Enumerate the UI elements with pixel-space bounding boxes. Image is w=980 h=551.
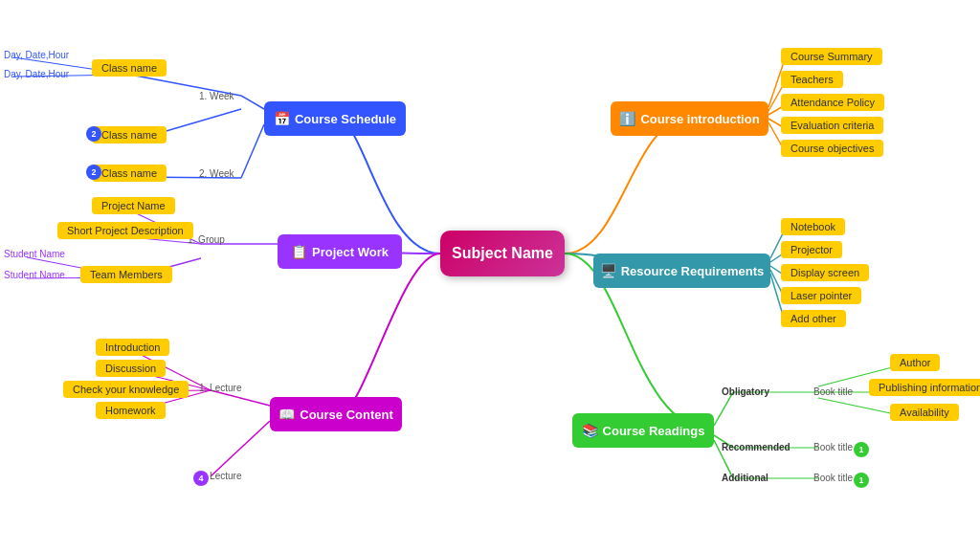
week1-label: 1. Week — [199, 91, 234, 101]
center-label: Subject Name — [452, 245, 553, 262]
course-readings-node[interactable]: 📚 Course Readings — [572, 413, 714, 448]
books-icon: 📚 — [582, 423, 598, 438]
check-leaf[interactable]: Check your knowledge — [63, 381, 189, 398]
student2-label: Student Name — [4, 270, 65, 280]
course-intro-node[interactable]: ℹ️ Course introduction — [611, 101, 768, 136]
recommended-label: Recommended — [722, 442, 791, 452]
resource-req-label: Resource Requirements — [621, 264, 765, 278]
badge2: 2 — [86, 126, 101, 142]
course-readings-label: Course Readings — [603, 424, 705, 438]
projname-leaf[interactable]: Project Name — [92, 197, 175, 214]
course-content-node[interactable]: 📖 Course Content — [270, 397, 402, 431]
projector-leaf[interactable]: Projector — [781, 241, 842, 258]
notebook-leaf[interactable]: Notebook — [781, 218, 845, 235]
svg-line-33 — [818, 398, 900, 415]
display-leaf[interactable]: Display screen — [781, 264, 869, 281]
projdesc-leaf[interactable]: Short Project Description — [57, 222, 193, 239]
badge2-container: 2 — [86, 126, 105, 142]
discussion-leaf[interactable]: Discussion — [96, 360, 166, 377]
svg-line-29 — [714, 392, 733, 426]
attendance-leaf[interactable]: Attendance Policy — [781, 94, 884, 111]
add-badge-container: 1 — [854, 470, 873, 488]
lec2-badge: 4 — [193, 471, 209, 486]
homework-leaf[interactable]: Homework — [96, 402, 166, 419]
resource-req-node[interactable]: 🖥️ Resource Requirements — [593, 253, 770, 288]
book-icon: 📖 — [278, 407, 295, 422]
booktitle1-label: Book title — [813, 386, 853, 397]
author-leaf[interactable]: Author — [890, 354, 940, 371]
lecbadge-container: 4 — [193, 471, 212, 486]
teachers-leaf[interactable]: Teachers — [781, 71, 843, 88]
course-content-label: Course Content — [300, 408, 393, 422]
course-intro-label: Course introduction — [640, 112, 759, 126]
clipboard-icon: 📋 — [291, 244, 307, 259]
center-node[interactable]: Subject Name — [440, 231, 565, 276]
group1-label: 1. Group — [188, 234, 225, 245]
course-schedule-label: Course Schedule — [295, 112, 396, 126]
team-leaf[interactable]: Team Members — [80, 266, 172, 283]
svg-line-0 — [241, 96, 264, 109]
day1b-label: Day, Date,Hour — [4, 69, 69, 79]
intro-leaf[interactable]: Introduction — [96, 339, 169, 356]
calendar-icon: 📅 — [274, 111, 290, 126]
course-schedule-node[interactable]: 📅 Course Schedule — [264, 101, 406, 136]
objectives-leaf[interactable]: Course objectives — [781, 140, 883, 157]
rec-badge-container: 1 — [854, 439, 873, 457]
student1-label: Student Name — [4, 249, 65, 259]
day1a-label: Day, Date,Hour — [4, 50, 69, 60]
additional-label: Additional — [722, 473, 768, 483]
class1a-leaf[interactable]: Class name — [92, 59, 167, 77]
svg-line-18 — [211, 421, 270, 476]
badge3-container: 2 — [86, 165, 105, 180]
project-work-node[interactable]: 📋 Project Work — [278, 234, 402, 269]
monitor-icon: 🖥️ — [600, 263, 616, 278]
availability-leaf[interactable]: Availability — [890, 404, 959, 421]
week2-label: 2. Week — [199, 168, 234, 179]
addother-leaf[interactable]: Add other — [781, 310, 846, 327]
info-icon: ℹ️ — [619, 111, 635, 126]
svg-line-5 — [241, 124, 264, 178]
laser-leaf[interactable]: Laser pointer — [781, 287, 861, 304]
add-badge: 1 — [854, 473, 869, 488]
badge3: 2 — [86, 165, 101, 180]
summary-leaf[interactable]: Course Summary — [781, 48, 882, 65]
project-work-label: Project Work — [312, 245, 389, 259]
booktitle2-label: Book title — [813, 442, 853, 452]
lecture1-label: 1. Lecture — [199, 383, 241, 393]
obligatory-label: Obligatory — [722, 386, 769, 397]
publishing-leaf[interactable]: Publishing information — [869, 379, 980, 396]
booktitle3-label: Book title — [813, 473, 853, 483]
rec-badge: 1 — [854, 442, 869, 457]
evaluation-leaf[interactable]: Evaluation criteria — [781, 117, 883, 134]
